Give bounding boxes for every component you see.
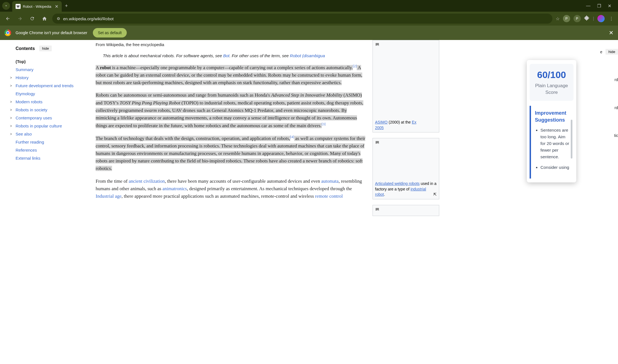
toc-link[interactable]: See also — [16, 132, 32, 136]
suggestions-scrollbar[interactable] — [571, 120, 572, 159]
toc-link[interactable]: Further reading — [16, 140, 44, 144]
home-button[interactable] — [40, 14, 49, 23]
toc-item[interactable]: >Robots in popular culture — [16, 122, 78, 130]
appearance-hide-button[interactable]: hide — [605, 49, 618, 55]
chevron-right-icon: > — [10, 84, 14, 88]
reload-button[interactable] — [28, 14, 37, 23]
from-wikipedia-line: From Wikipedia, the free encyclopedia — [96, 42, 366, 48]
tab-close-icon[interactable]: ✕ — [55, 4, 58, 9]
close-window-button[interactable]: ✕ — [608, 3, 611, 9]
suggestions-list: Sentences are too long. Aim for 20 words… — [535, 127, 571, 171]
toc-link[interactable]: Modern robots — [16, 99, 43, 104]
tab-bar: W Robot - Wikipedia ✕ + — ❐ ✕ — [0, 0, 618, 12]
right-sidebar-stub: tic — [614, 133, 618, 138]
ref-2[interactable]: [2] — [353, 64, 357, 68]
toc-item[interactable]: >Future development and trends — [16, 82, 78, 90]
link-automata[interactable]: automata — [321, 179, 339, 184]
suggestions-panel: Improvement Suggestions Sentences are to… — [530, 106, 574, 179]
toc-hide-button[interactable]: hide — [39, 46, 52, 51]
page-content: Contents hide (Top)Summary>History>Futur… — [0, 40, 618, 364]
toc-link[interactable]: Etymology — [16, 91, 35, 96]
link-remote-control[interactable]: remote control — [315, 194, 343, 199]
maximize-button[interactable]: ❐ — [597, 3, 601, 9]
paragraph-4: From the time of ancient civilization, t… — [96, 177, 366, 200]
toc-item[interactable]: External links — [16, 154, 78, 162]
toc-link[interactable]: History — [16, 75, 29, 80]
user-avatar[interactable] — [597, 15, 605, 22]
hatnote-link-disambig[interactable]: Robot (disambigua — [290, 53, 325, 58]
chevron-right-icon: > — [10, 132, 14, 136]
score-card: 60/100 Plain Language Score — [530, 64, 574, 101]
toc-title: Contents — [16, 46, 35, 51]
broken-image-icon — [373, 138, 439, 179]
infobar-close-icon[interactable]: ✕ — [609, 29, 614, 36]
toc-link[interactable]: Summary — [16, 67, 33, 72]
paragraph-3: The branch of technology that deals with… — [96, 134, 366, 172]
tab-search-button[interactable] — [2, 2, 10, 10]
right-sidebar-stub: rd — [615, 77, 618, 82]
toc-item[interactable]: Summary — [16, 66, 78, 74]
url-text: en.wikipedia.org/wiki/Robot — [63, 16, 114, 21]
link-expo[interactable]: Ex — [412, 120, 416, 124]
address-bar[interactable]: ⚙ en.wikipedia.org/wiki/Robot — [52, 14, 552, 24]
ref-4[interactable]: [4] — [290, 135, 294, 139]
extensions-icon[interactable] — [584, 15, 590, 22]
toc-link[interactable]: Robots in popular culture — [16, 124, 62, 128]
infobox-column: ASIMO (2000) at the Ex2005 Articulated w… — [373, 40, 445, 364]
tab-title: Robot - Wikipedia — [23, 4, 51, 9]
bookmark-star-icon[interactable]: ☆ — [556, 16, 560, 21]
toc-item[interactable]: >History — [16, 74, 78, 82]
browser-toolbar: ⚙ en.wikipedia.org/wiki/Robot ☆ P P | ⋮ — [0, 12, 618, 26]
suggestion-item: Consider using — [540, 164, 571, 171]
toc-link[interactable]: Robots in society — [16, 107, 47, 112]
toc-link[interactable]: Future development and trends — [16, 83, 73, 88]
image-box-welding: Articulated welding robots used in a fac… — [373, 138, 439, 199]
toc-item[interactable]: >Modern robots — [16, 98, 78, 106]
chevron-right-icon: > — [10, 76, 14, 80]
image-caption-welding: Articulated welding robots used in a fac… — [373, 179, 439, 199]
minimize-button[interactable]: — — [586, 3, 590, 9]
suggestion-item: Sentences are too long. Aim for 20 words… — [540, 127, 571, 160]
toc-item[interactable]: >See also — [16, 130, 78, 138]
chrome-logo-icon — [4, 29, 11, 36]
toc-link[interactable]: References — [16, 148, 37, 152]
infobar-message: Google Chrome isn't your default browser — [16, 31, 87, 35]
toc-item[interactable]: >Contemporary uses — [16, 114, 78, 122]
browser-menu-button[interactable]: ⋮ — [608, 16, 615, 21]
browser-tab[interactable]: W Robot - Wikipedia ✕ — [12, 1, 62, 12]
browser-chrome: W Robot - Wikipedia ✕ + — ❐ ✕ ⚙ en.wikip… — [0, 0, 618, 40]
broken-image-icon — [373, 40, 439, 118]
toc-item[interactable]: Etymology — [16, 90, 78, 98]
paragraph-2: Robots can be autonomous or semi-autonom… — [96, 91, 366, 129]
toc-item[interactable]: Further reading — [16, 138, 78, 146]
table-of-contents: Contents hide (Top)Summary>History>Futur… — [0, 40, 89, 364]
score-value: 60/100 — [532, 69, 571, 80]
profile-badge[interactable]: P — [563, 15, 570, 22]
set-default-button[interactable]: Set as default — [93, 28, 127, 37]
toc-link[interactable]: Contemporary uses — [16, 116, 52, 120]
link-ancient-civilization[interactable]: ancient civilization — [129, 179, 165, 184]
profile-badge-2[interactable]: P — [574, 15, 581, 22]
toc-item[interactable]: >Robots in society — [16, 106, 78, 114]
image-box-3 — [373, 205, 439, 216]
hatnote-link-bot[interactable]: Bot — [223, 53, 230, 58]
link-industrial-age[interactable]: Industrial age — [96, 194, 121, 199]
expand-icon[interactable]: ⇱ — [433, 192, 437, 197]
site-info-icon[interactable]: ⚙ — [57, 16, 60, 21]
toc-item[interactable]: (Top) — [16, 57, 78, 66]
link-2005[interactable]: 2005 — [375, 125, 384, 130]
chevron-right-icon: > — [10, 116, 14, 120]
link-welding-robots[interactable]: Articulated welding robots — [375, 181, 420, 186]
toc-link[interactable]: External links — [16, 156, 40, 160]
new-tab-button[interactable]: + — [65, 3, 68, 9]
forward-button[interactable] — [16, 14, 24, 23]
paragraph-1: A robot is a machine—especially one prog… — [96, 64, 366, 86]
ref-3[interactable]: [3] — [322, 122, 326, 126]
suggestions-title: Improvement Suggestions — [535, 110, 571, 124]
link-animatronics[interactable]: animatronics — [162, 186, 187, 191]
image-box-asimo: ASIMO (2000) at the Ex2005 — [373, 40, 439, 132]
link-asimo[interactable]: ASIMO — [375, 120, 388, 124]
back-button[interactable] — [3, 14, 12, 23]
toc-item[interactable]: References — [16, 146, 78, 154]
broken-image-icon — [373, 205, 439, 216]
